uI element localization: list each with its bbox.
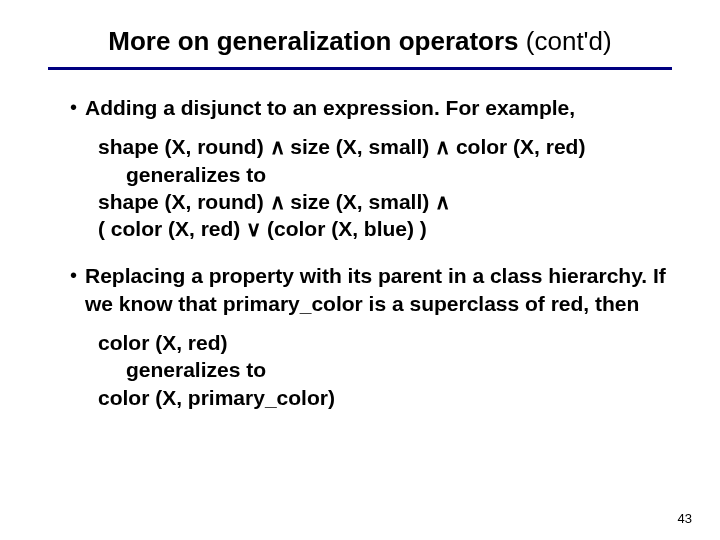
bullet-item: • Adding a disjunct to an expression. Fo… (70, 94, 672, 121)
bullet-dot-icon: • (70, 264, 77, 286)
bullet-text: Adding a disjunct to an expression. For … (85, 94, 575, 121)
bullet-dot-icon: • (70, 96, 77, 118)
title-main: More on generalization operators (108, 26, 526, 56)
bullet-text: Replacing a property with its parent in … (85, 262, 672, 317)
title-underline (48, 67, 672, 70)
example1-generalizes: generalizes to (126, 161, 652, 188)
example1-line2b: ( color (X, red) ∨ (color (X, blue) ) (98, 215, 652, 242)
page-number: 43 (678, 511, 692, 526)
example2-line1: color (X, red) (98, 329, 652, 356)
example1-line2a: shape (X, round) ∧ size (X, small) ∧ (98, 188, 652, 215)
example1-line1: shape (X, round) ∧ size (X, small) ∧ col… (98, 133, 652, 160)
example-block-1: shape (X, round) ∧ size (X, small) ∧ col… (98, 133, 652, 242)
slide-title: More on generalization operators (cont'd… (48, 26, 672, 57)
example-block-2: color (X, red) generalizes to color (X, … (98, 329, 652, 411)
title-suffix: (cont'd) (526, 26, 612, 56)
example2-line2: color (X, primary_color) (98, 384, 652, 411)
bullet-item: • Replacing a property with its parent i… (70, 262, 672, 317)
slide: More on generalization operators (cont'd… (0, 0, 720, 540)
example2-generalizes: generalizes to (126, 356, 652, 383)
